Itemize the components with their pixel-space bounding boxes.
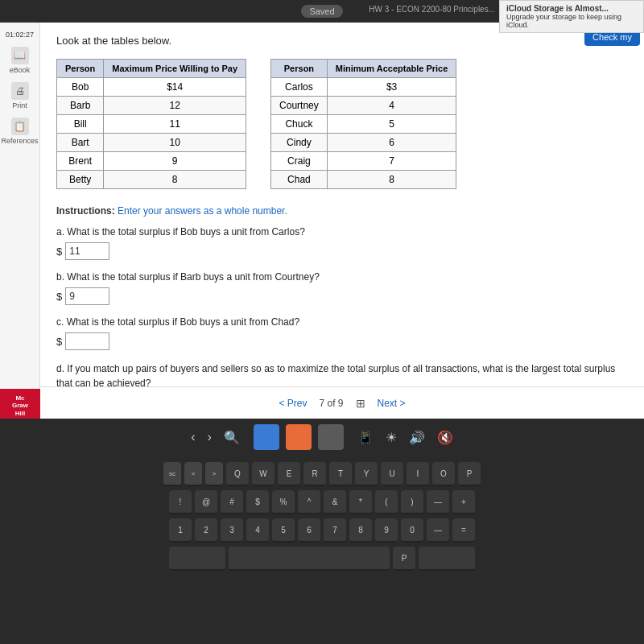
key-7[interactable]: 7 xyxy=(324,518,346,543)
key-star[interactable]: * xyxy=(349,490,372,514)
search-icon[interactable]: 🔍 xyxy=(224,430,240,445)
key-p2[interactable]: P xyxy=(393,547,415,571)
icloud-title: iCloud Storage is Almost... xyxy=(506,4,637,13)
buyers-col1-header: Person xyxy=(57,60,104,78)
sun-icon[interactable]: ☀ xyxy=(386,430,397,445)
question-a-dollar: $ xyxy=(56,246,62,258)
print-label: Print xyxy=(12,101,27,109)
sys-icons-row: ‹ › 🔍 📱 ☀ 🔊 🔇 xyxy=(0,419,644,456)
mcgraw-logo: Mc Graw Hill xyxy=(0,389,40,423)
sellers-table-row: Carlos$3 xyxy=(271,78,456,97)
question-b-input[interactable] xyxy=(65,287,109,305)
key-u[interactable]: U xyxy=(381,462,403,486)
key-space[interactable] xyxy=(229,547,390,571)
key-1[interactable]: 1 xyxy=(169,518,192,543)
volume-icon[interactable]: 🔊 xyxy=(409,430,425,445)
key-3[interactable]: 3 xyxy=(221,518,243,543)
key-5[interactable]: 5 xyxy=(272,518,295,543)
key-i[interactable]: I xyxy=(407,462,429,486)
keyboard-row-3: 1 2 3 4 5 6 7 8 9 0 — = xyxy=(8,518,636,543)
timer-display: 01:02:27 xyxy=(6,31,34,39)
key-dash[interactable]: — xyxy=(427,490,449,514)
question-a-text: a. What is the total surplus if Bob buys… xyxy=(56,226,628,237)
key-q[interactable]: Q xyxy=(226,462,249,486)
key-eq[interactable]: = xyxy=(452,518,475,543)
seller-price-4: 7 xyxy=(327,152,456,171)
key-r[interactable]: R xyxy=(303,462,326,486)
buyer-person-5: Betty xyxy=(57,171,104,189)
key-rparen[interactable]: ) xyxy=(401,490,423,514)
question-b-text: b. What is the total surplus if Barb buy… xyxy=(56,271,628,283)
hw-title: HW 3 - ECON 2200-80 Principles... xyxy=(369,5,495,14)
key-lt[interactable]: < xyxy=(184,462,202,486)
print-icon: 🖨 xyxy=(11,82,29,100)
back-icon[interactable]: ‹ xyxy=(191,430,195,444)
question-b: b. What is the total surplus if Barb buy… xyxy=(56,271,628,305)
key-o[interactable]: O xyxy=(432,462,455,486)
buyers-table-row: Bart10 xyxy=(57,134,246,152)
mcgraw-line1: Mc xyxy=(15,394,24,402)
key-space1[interactable] xyxy=(169,547,225,571)
key-t[interactable]: T xyxy=(329,462,352,486)
key-p[interactable]: P xyxy=(458,462,481,486)
forward-icon[interactable]: › xyxy=(208,430,212,444)
instructions-bold: Instructions: xyxy=(56,205,115,217)
question-a-input[interactable] xyxy=(65,242,109,260)
buyers-table-row: Brent9 xyxy=(57,152,246,171)
sidebar-item-references[interactable]: 📋 References xyxy=(1,118,38,145)
key-8[interactable]: 8 xyxy=(349,518,372,543)
page-info: 7 of 9 xyxy=(319,398,343,409)
key-minus[interactable]: — xyxy=(427,518,449,543)
key-6[interactable]: 6 xyxy=(298,518,320,543)
instructions: Instructions: Enter your answers as a wh… xyxy=(56,205,628,217)
buyer-price-0: $14 xyxy=(104,78,246,97)
phone-icon[interactable]: 📱 xyxy=(357,430,374,445)
key-lparen[interactable]: ( xyxy=(375,490,398,514)
grid-icon[interactable]: ⊞ xyxy=(356,397,365,410)
key-percent[interactable]: % xyxy=(272,490,295,514)
prev-button[interactable]: < Prev xyxy=(279,398,307,409)
sellers-table-row: Chuck5 xyxy=(271,115,456,134)
question-a-answer-row: $ xyxy=(56,242,628,260)
tables-container: Person Maximum Price Willing to Pay Bob$… xyxy=(56,59,628,189)
key-hash[interactable]: # xyxy=(221,490,243,514)
dock-item-3[interactable] xyxy=(318,424,344,450)
key-dollar[interactable]: $ xyxy=(246,490,269,514)
buyers-table-row: Betty8 xyxy=(57,171,246,189)
keyboard: sc < > Q W E R T Y U I O P ! @ # $ % ^ &… xyxy=(0,456,644,581)
bottom-nav: < Prev 7 of 9 ⊞ Next > xyxy=(40,386,644,419)
sidebar-item-ebook[interactable]: 📖 eBook xyxy=(10,47,31,74)
key-0[interactable]: 0 xyxy=(401,518,423,543)
ebook-icon: 📖 xyxy=(11,47,29,64)
sidebar-item-print[interactable]: 🖨 Print xyxy=(11,82,29,109)
key-plus[interactable]: + xyxy=(452,490,475,514)
dock-item-1[interactable] xyxy=(254,424,279,450)
key-9[interactable]: 9 xyxy=(375,518,398,543)
buyer-price-5: 8 xyxy=(104,171,246,189)
buyers-table-row: Bill11 xyxy=(57,115,246,134)
seller-person-0: Carlos xyxy=(271,78,328,97)
key-caret[interactable]: ^ xyxy=(298,490,320,514)
key-w[interactable]: W xyxy=(252,462,275,486)
key-gt[interactable]: > xyxy=(205,462,223,486)
dock-item-2[interactable] xyxy=(286,424,312,450)
question-c-input[interactable] xyxy=(65,332,109,350)
key-2[interactable]: 2 xyxy=(195,518,217,543)
buyer-person-3: Bart xyxy=(57,134,104,152)
next-button[interactable]: Next > xyxy=(378,398,406,409)
key-e[interactable]: E xyxy=(278,462,300,486)
key-space2[interactable] xyxy=(419,547,475,571)
buyers-table: Person Maximum Price Willing to Pay Bob$… xyxy=(56,59,246,189)
mute-icon[interactable]: 🔇 xyxy=(437,430,453,445)
key-excl[interactable]: ! xyxy=(169,490,192,514)
key-y[interactable]: Y xyxy=(355,462,378,486)
key-sc[interactable]: sc xyxy=(163,462,181,486)
saved-badge: Saved xyxy=(301,5,342,18)
key-4[interactable]: 4 xyxy=(246,518,269,543)
key-at[interactable]: @ xyxy=(195,490,217,514)
ebook-label: eBook xyxy=(10,66,31,74)
keyboard-area: ‹ › 🔍 📱 ☀ 🔊 🔇 sc < > Q W E R T Y U I O P xyxy=(0,419,644,644)
key-amp[interactable]: & xyxy=(324,490,346,514)
mcgraw-line2: Graw xyxy=(12,402,28,410)
mcgraw-line3: Hill xyxy=(15,410,25,418)
